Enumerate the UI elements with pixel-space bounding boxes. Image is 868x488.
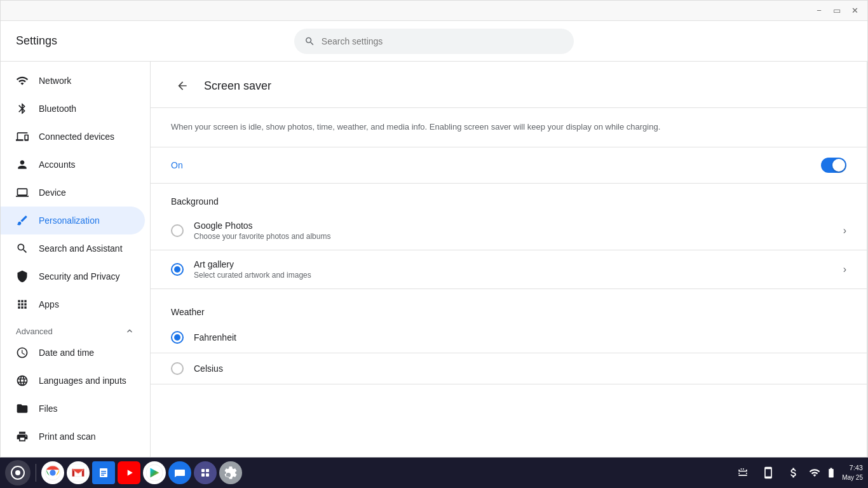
sidebar-label-date-time: Date and time [39, 348, 94, 358]
print-icon [16, 430, 29, 443]
background-section-label: Background [151, 184, 867, 212]
sidebar-label-connected-devices: Connected devices [39, 132, 114, 142]
taskbar-docs[interactable] [92, 461, 115, 484]
toggle-label: On [171, 160, 183, 170]
main-content: Screen saver When your screen is idle, s… [151, 62, 867, 457]
taskbar-chrome[interactable] [41, 461, 64, 484]
google-photos-radio[interactable] [171, 224, 184, 237]
sidebar-label-languages: Languages and inputs [39, 376, 126, 386]
svg-rect-9 [101, 473, 106, 474]
google-photos-option[interactable]: Google Photos Choose your favorite photo… [151, 212, 867, 250]
minimize-button[interactable]: − [811, 3, 827, 18]
svg-rect-16 [201, 469, 205, 472]
sidebar-item-date-time[interactable]: Date and time [1, 339, 145, 367]
sidebar-label-files: Files [39, 403, 58, 414]
fahrenheit-label: Fahrenheit [194, 332, 846, 342]
taskbar-youtube[interactable] [118, 461, 140, 484]
phone-icon [762, 466, 775, 479]
taskbar-messages[interactable] [168, 461, 191, 484]
screenshot-button[interactable] [733, 463, 753, 483]
launcher-button[interactable] [5, 460, 31, 485]
clock-icon [16, 346, 29, 359]
globe-icon [16, 374, 29, 387]
taskbar-gmail[interactable] [67, 461, 90, 484]
wifi-status[interactable] [809, 467, 820, 478]
art-gallery-text: Art gallery Select curated artwork and i… [194, 259, 833, 280]
sidebar-item-network[interactable]: Network [1, 67, 145, 95]
sidebar-item-accounts[interactable]: Accounts [1, 151, 145, 179]
svg-rect-8 [101, 471, 106, 472]
chevron-right-icon-google-photos: › [843, 225, 846, 236]
svg-rect-19 [206, 473, 209, 477]
taskbar-app[interactable] [194, 461, 217, 484]
sidebar-item-apps[interactable]: Apps [1, 290, 145, 318]
screensaver-description: When your screen is idle, show photos, t… [151, 108, 867, 147]
network-icon [16, 74, 29, 87]
google-photos-sublabel: Choose your favorite photos and albums [194, 232, 833, 241]
fahrenheit-radio[interactable] [171, 331, 184, 344]
svg-rect-18 [201, 473, 205, 477]
google-photos-label: Google Photos [194, 220, 833, 231]
back-arrow-icon [176, 79, 189, 92]
docs-icon [96, 465, 111, 480]
app-wrapper: − ▭ ✕ Settings Networ [0, 0, 868, 488]
fahrenheit-option[interactable]: Fahrenheit [151, 322, 867, 353]
google-photos-text: Google Photos Choose your favorite photo… [194, 220, 833, 241]
launcher-icon [10, 465, 25, 480]
chrome-icon [44, 464, 62, 482]
art-gallery-option[interactable]: Art gallery Select curated artwork and i… [151, 250, 867, 289]
taskbar-right: 7:43 May 25 [733, 463, 863, 483]
sidebar-item-personalization[interactable]: Personalization [1, 207, 145, 234]
settings-taskbar-icon [223, 465, 238, 480]
messages-icon [172, 465, 187, 480]
sidebar-item-files[interactable]: Files [1, 395, 145, 423]
advanced-section-header[interactable]: Advanced [1, 318, 150, 339]
art-gallery-radio[interactable] [171, 263, 184, 276]
battery-icon [825, 467, 837, 478]
app-title: Settings [16, 34, 57, 48]
art-gallery-label: Art gallery [194, 259, 833, 269]
chevron-up-icon [125, 326, 135, 336]
sidebar-item-bluetooth[interactable]: Bluetooth [1, 95, 145, 123]
sidebar-label-security-privacy: Security and Privacy [39, 271, 120, 281]
phone-button[interactable] [758, 463, 778, 483]
search-input[interactable] [322, 36, 564, 46]
wallet-button[interactable] [783, 463, 804, 483]
laptop-icon [16, 186, 29, 199]
search-nav-icon [16, 242, 29, 255]
close-button[interactable]: ✕ [847, 3, 862, 18]
sidebar-label-accounts: Accounts [39, 159, 76, 170]
sidebar: Network Bluetooth Connected devices [1, 62, 151, 457]
battery-status[interactable] [825, 467, 837, 478]
back-button[interactable] [171, 74, 194, 97]
taskbar-time: 7:43 May 25 [842, 463, 863, 482]
sidebar-label-bluetooth: Bluetooth [39, 104, 76, 114]
sidebar-item-device[interactable]: Device [1, 179, 145, 207]
settings-window: − ▭ ✕ Settings Networ [0, 0, 868, 458]
celsius-text: Celsius [194, 363, 846, 374]
celsius-radio[interactable] [171, 362, 184, 375]
advanced-label: Advanced [16, 327, 53, 336]
sidebar-item-languages[interactable]: Languages and inputs [1, 367, 145, 395]
maximize-button[interactable]: ▭ [829, 3, 844, 18]
celsius-option[interactable]: Celsius [151, 353, 867, 384]
celsius-label: Celsius [194, 363, 846, 374]
taskbar-separator [36, 464, 36, 482]
screensaver-toggle[interactable] [821, 158, 846, 173]
taskbar-play[interactable] [143, 461, 166, 484]
fahrenheit-text: Fahrenheit [194, 332, 846, 342]
sidebar-item-search-assistant[interactable]: Search and Assistant [1, 234, 145, 262]
sidebar-item-security-privacy[interactable]: Security and Privacy [1, 262, 145, 290]
screenshot-icon [736, 466, 749, 479]
taskbar: 7:43 May 25 [0, 458, 868, 488]
app-icon [198, 465, 213, 480]
sidebar-label-print-scan: Print and scan [39, 431, 96, 442]
youtube-icon [120, 464, 138, 482]
toggle-row: On [151, 147, 867, 184]
weather-section-label: Weather [151, 294, 867, 322]
sidebar-item-connected-devices[interactable]: Connected devices [1, 123, 145, 151]
page-title: Screen saver [204, 79, 271, 93]
search-bar[interactable] [294, 29, 574, 54]
taskbar-settings[interactable] [219, 461, 242, 484]
sidebar-item-print-scan[interactable]: Print and scan [1, 423, 145, 451]
